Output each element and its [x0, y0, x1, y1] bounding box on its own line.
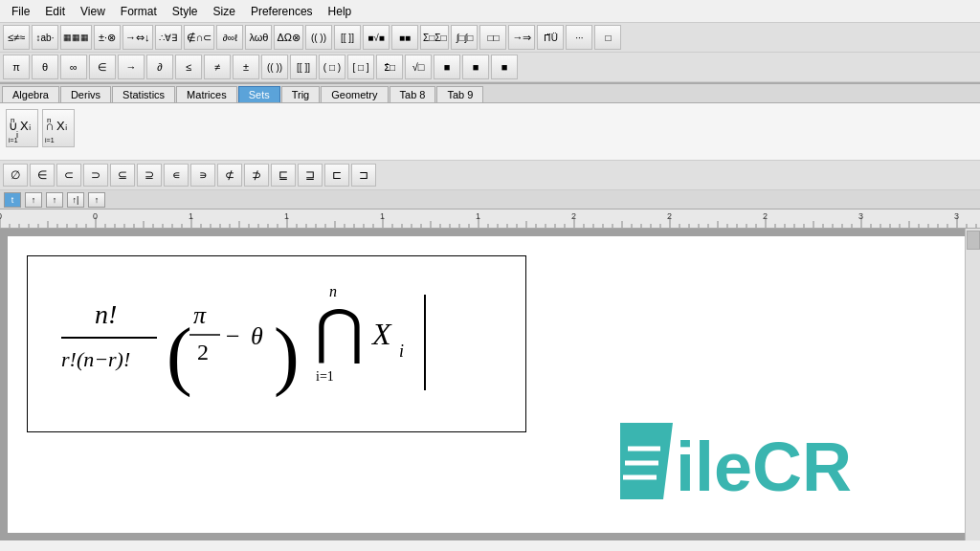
menu-format[interactable]: Format [113, 3, 165, 20]
sym-bracket-content[interactable]: [ □ ] [347, 55, 374, 79]
sym-mobile[interactable]: ■■ [391, 25, 418, 50]
sym-element[interactable]: ∈ [30, 164, 55, 187]
svg-text:⋂: ⋂ [315, 299, 364, 364]
sym-partial[interactable]: ∂ [146, 55, 173, 79]
sym-notsubset[interactable]: ⊄ [217, 164, 242, 187]
tabstop-up1[interactable]: ↑ [25, 192, 42, 208]
sym-supseteq[interactable]: ⊇ [137, 164, 162, 187]
sym-leqneqapprox[interactable]: ≤≠≈ [3, 25, 30, 50]
menu-size[interactable]: Size [206, 3, 243, 20]
sym-Pi-U-dots[interactable]: Π̈Ü [537, 25, 564, 50]
svg-text:2: 2 [197, 340, 209, 364]
tab-statistics[interactable]: Statistics [112, 86, 175, 102]
svg-text:n: n [47, 116, 51, 124]
sym-grid1[interactable]: ▦▦▦ [60, 25, 92, 50]
sym-pm[interactable]: ± [233, 55, 259, 79]
sym-dbl-brackets[interactable]: [[ ]] [290, 55, 317, 79]
tab-geometry[interactable]: Geometry [321, 86, 388, 102]
menu-bar: File Edit View Format Style Size Prefere… [0, 0, 980, 23]
sym-parens-content[interactable]: ( □ ) [319, 55, 345, 79]
sym-matrix-sqrt[interactable]: ■√■ [363, 25, 390, 50]
sym-sqsupseteq[interactable]: ⊒ [298, 164, 323, 187]
sym-subset[interactable]: ⊂ [56, 164, 81, 187]
scrollbar[interactable] [965, 229, 980, 540]
sym-rightarrow-iff[interactable]: →⇔↓ [122, 25, 153, 50]
filecr-logo: ileCR [620, 418, 926, 504]
sym-integral[interactable]: ∫□∫□ [451, 25, 478, 50]
svg-text:X: X [370, 317, 392, 351]
sym-sqsubseteq[interactable]: ⊑ [271, 164, 296, 187]
tabs-row: Algebra Derivs Statistics Matrices Sets … [0, 84, 980, 103]
svg-text:i: i [399, 342, 404, 361]
sym-smallni[interactable]: ∍ [190, 164, 215, 187]
sym-lambda-omega-theta[interactable]: λωθ [245, 25, 272, 50]
tab-matrices[interactable]: Matrices [176, 86, 237, 102]
sym-block3[interactable]: ■ [491, 55, 518, 79]
ruler [0, 209, 980, 229]
sym-rightarrow[interactable]: → [118, 55, 145, 79]
sym-boxes[interactable]: □□ [479, 25, 506, 50]
symbol-row-2: π θ ∞ ∈ → ∂ ≤ ≠ ± (( )) [[ ]] ( □ ) [ □ … [0, 53, 980, 82]
menu-preferences[interactable]: Preferences [243, 3, 321, 20]
scrollbar-thumb[interactable] [967, 231, 980, 250]
svg-text:r!(n−r)!: r!(n−r)! [61, 347, 130, 371]
tabstop-up3[interactable]: ↑| [67, 192, 84, 208]
menu-view[interactable]: View [73, 3, 113, 20]
sym-sqrt-box[interactable]: √□ [405, 55, 432, 79]
sets-intersect-xi[interactable]: ∩ Xᵢ n i=1 [42, 109, 75, 147]
svg-text:Xᵢ: Xᵢ [20, 119, 31, 133]
document-area: n! r!(n−r)! ( π 2 − θ ) n [0, 229, 980, 540]
sym-block2[interactable]: ■ [462, 55, 489, 79]
tab-algebra[interactable]: Algebra [2, 86, 59, 102]
tabstop-t[interactable]: t [4, 192, 21, 208]
svg-text:θ: θ [251, 322, 263, 350]
sym-neq[interactable]: ≠ [204, 55, 231, 79]
tab-8[interactable]: Tab 8 [390, 86, 436, 102]
sym-plusminus-otimes[interactable]: ±·⊗ [94, 25, 121, 50]
svg-text:i=1: i=1 [45, 137, 55, 143]
svg-text:(: ( [167, 313, 192, 398]
sym-therefore-forall[interactable]: ∴∀∃ [155, 25, 182, 50]
svg-text:i=1: i=1 [316, 369, 334, 384]
svg-text:−: − [226, 322, 240, 350]
sym-dots-grid[interactable]: ··· [566, 25, 592, 50]
sym-sigma-sum[interactable]: Σ□Σ□ [420, 25, 449, 50]
sym-last-row1[interactable]: □ [594, 25, 621, 50]
toolbar-area: ≤≠≈ ↕ab· ▦▦▦ ±·⊗ →⇔↓ ∴∀∃ ∉∩⊂ ∂∞ℓ λωθ ΔΩ⊗… [0, 23, 980, 84]
sym-sigma-hat[interactable]: Σ̂□ [376, 55, 403, 79]
sym-partial-infty[interactable]: ∂∞ℓ [216, 25, 243, 50]
sets-union-xi[interactable]: ∪ i Xᵢ n i=1 [6, 109, 38, 147]
tabstop-up2[interactable]: ↑ [46, 192, 63, 208]
tab-sets[interactable]: Sets [238, 86, 280, 102]
sym-in[interactable]: ∈ [89, 55, 116, 79]
sym-block1[interactable]: ■ [434, 55, 460, 79]
sym-supset[interactable]: ⊃ [83, 164, 108, 187]
sym-smallin[interactable]: ∊ [164, 164, 189, 187]
sym-dbl-parens[interactable]: (( )) [261, 55, 288, 79]
menu-style[interactable]: Style [165, 3, 206, 20]
tabstop-row: t ↑ ↑ ↑| ↑ [0, 190, 980, 209]
sym-sqsubset[interactable]: ⊏ [324, 164, 349, 187]
tab-derivs[interactable]: Derivs [60, 86, 111, 102]
tabstop-up4[interactable]: ↑ [88, 192, 105, 208]
sym-notin-cap[interactable]: ∉∩⊂ [184, 25, 215, 50]
sym-arrows-ab[interactable]: ↕ab· [32, 25, 58, 50]
sym-leq[interactable]: ≤ [175, 55, 202, 79]
menu-help[interactable]: Help [321, 3, 360, 20]
sym-sqsupset[interactable]: ⊐ [351, 164, 376, 187]
sym-subseteq[interactable]: ⊆ [110, 164, 135, 187]
menu-file[interactable]: File [4, 3, 37, 20]
sym-theta[interactable]: θ [32, 55, 58, 79]
tab-trig[interactable]: Trig [281, 86, 321, 102]
sym-delta-omega-otimes[interactable]: ΔΩ⊗ [274, 25, 303, 50]
sym-implies[interactable]: →⇒ [508, 25, 535, 50]
sym-emptyset[interactable]: ∅ [3, 164, 28, 187]
sym-parens-box[interactable]: (( )) [305, 25, 332, 50]
sym-pi[interactable]: π [3, 55, 30, 79]
svg-text:Xᵢ: Xᵢ [56, 119, 67, 133]
sym-notsupset[interactable]: ⊅ [244, 164, 269, 187]
tab-9[interactable]: Tab 9 [436, 86, 483, 102]
sym-brackets-box[interactable]: [[ ]] [334, 25, 361, 50]
sym-infty[interactable]: ∞ [60, 55, 87, 79]
menu-edit[interactable]: Edit [37, 3, 73, 20]
